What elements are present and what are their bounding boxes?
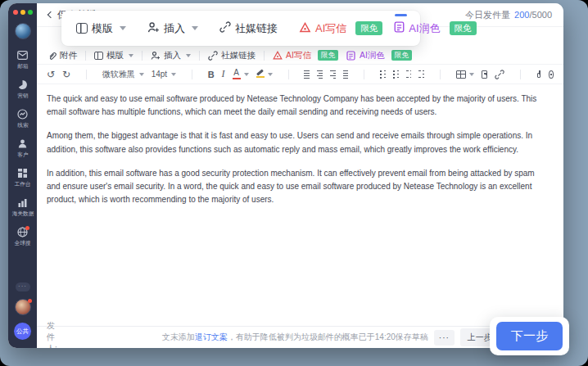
- ai-write-button[interactable]: AI写信 限免: [273, 50, 338, 61]
- divider: [85, 51, 86, 61]
- font-color-swatch: [233, 78, 241, 79]
- font-family-value: 微软雅黑: [102, 69, 135, 80]
- template-label: 模版: [106, 50, 124, 61]
- highlight-pen-icon: [256, 69, 264, 75]
- template-button[interactable]: 模版: [94, 50, 133, 61]
- font-color-button[interactable]: A: [233, 69, 249, 79]
- print-button[interactable]: [536, 70, 541, 79]
- daily-send-quota: 今日发件量200/5000: [465, 9, 552, 21]
- outdent-button[interactable]: [406, 70, 412, 79]
- ai-polish-button[interactable]: AI润色 限免: [346, 50, 412, 61]
- link-icon: [208, 51, 218, 61]
- template-label: 模版: [92, 21, 113, 36]
- sidebar-item-mailbox[interactable]: 邮箱: [17, 50, 29, 70]
- font-family-select[interactable]: 微软雅黑: [102, 69, 144, 80]
- ai-write-button-highlight[interactable]: AI写信 限免: [299, 21, 382, 36]
- attachment-button[interactable]: 附件: [47, 50, 77, 61]
- onboarding-toolbar-panel: 模版 插入 社媒链接 AI写信 限免 AI润色 限免: [61, 11, 420, 46]
- divider: [264, 51, 265, 61]
- redo-button[interactable]: ↻: [62, 70, 70, 79]
- highlight-color-button[interactable]: [256, 71, 273, 78]
- onboarding-step-indicator: [395, 14, 407, 16]
- social-link-button-highlight[interactable]: 社媒链接: [219, 21, 278, 36]
- template-icon: [76, 23, 88, 34]
- notification-dot: [28, 299, 32, 303]
- align-justify-button[interactable]: [343, 70, 349, 79]
- image-button[interactable]: [482, 70, 487, 79]
- paragraph: Among them, the biggest advantage is tha…: [47, 129, 550, 156]
- social-link-button[interactable]: 社媒链接: [208, 50, 256, 61]
- sidebar-more-button[interactable]: ···: [16, 282, 30, 291]
- free-badge: 限免: [318, 50, 338, 60]
- more-actions-button[interactable]: ···: [434, 330, 455, 346]
- ordered-list-button[interactable]: [393, 70, 399, 79]
- email-body-editor[interactable]: The quick and easy to use email software…: [37, 84, 563, 326]
- sidebar-item-label: 工作台: [15, 180, 31, 188]
- sidebar-item-leads[interactable]: 线索: [17, 109, 29, 129]
- account-avatar[interactable]: [15, 299, 31, 315]
- paragraph: In addition, this email software has a g…: [47, 167, 550, 207]
- insert-link-button[interactable]: [495, 70, 504, 79]
- sidebar-item-global-search[interactable]: 全球搜: [14, 227, 31, 247]
- draft-saved-status: 已于14:20保存草稿: [359, 332, 428, 343]
- sidebar-item-marketing[interactable]: 营销: [17, 79, 29, 100]
- insert-button[interactable]: 插入: [151, 50, 191, 61]
- zoom-button[interactable]: [28, 10, 33, 15]
- caret-down-icon: [129, 54, 133, 57]
- font-size-select[interactable]: 14pt: [152, 70, 176, 79]
- sidebar-item-label: 营销: [17, 92, 28, 100]
- sidebar-nav: 邮箱 营销 线索 客户: [11, 50, 34, 256]
- window-controls: [13, 10, 33, 15]
- free-badge: 限免: [355, 21, 382, 35]
- align-center-button[interactable]: [317, 70, 323, 79]
- user-avatar[interactable]: [15, 23, 31, 39]
- font-color-glyph: A: [233, 69, 239, 77]
- sidebar-item-workbench[interactable]: 工作台: [14, 168, 31, 188]
- ai-polish-label: AI润色: [360, 50, 385, 61]
- align-left-button[interactable]: [304, 70, 310, 79]
- caret-down-icon: [244, 73, 249, 76]
- next-step-button[interactable]: 下一步: [496, 322, 563, 350]
- minimize-button[interactable]: [20, 10, 25, 15]
- bullet-list-button[interactable]: [380, 70, 386, 79]
- tip-suffix: ，有助于降低被判为垃圾邮件的概率: [228, 332, 359, 341]
- italic-button[interactable]: I: [222, 68, 225, 80]
- divider: [142, 51, 142, 61]
- pie-chart-icon: [17, 79, 28, 90]
- ai-polish-icon: [346, 51, 356, 61]
- notification-dot: [25, 226, 29, 230]
- table-button[interactable]: [456, 70, 474, 79]
- ai-polish-button-highlight[interactable]: AI润色 限免: [394, 21, 476, 36]
- unsubscribe-copy-link[interactable]: 退订文案: [195, 332, 228, 341]
- paragraph: The quick and easy to use email software…: [47, 93, 550, 119]
- sidebar-item-label: 邮箱: [17, 62, 28, 70]
- font-size-value: 14pt: [152, 70, 167, 79]
- template-icon: [94, 52, 103, 60]
- social-link-label: 社媒链接: [235, 21, 278, 36]
- highlight-color-swatch: [256, 76, 265, 78]
- divider: [199, 51, 200, 61]
- undo-button[interactable]: ↺: [47, 70, 55, 79]
- public-badge[interactable]: 公共: [14, 323, 31, 340]
- quota-total: /5000: [529, 10, 552, 20]
- align-right-button[interactable]: [330, 70, 336, 79]
- sidebar-item-customers[interactable]: 客户: [17, 138, 29, 159]
- ai-polish-icon: [394, 21, 405, 35]
- bold-button[interactable]: B: [208, 70, 215, 79]
- quota-used: 200: [514, 10, 529, 20]
- clear-format-button[interactable]: [549, 70, 554, 79]
- close-button[interactable]: [13, 10, 18, 15]
- indent-button[interactable]: [418, 70, 424, 79]
- insert-button-highlight[interactable]: 插入: [147, 21, 198, 36]
- globe-icon: [17, 227, 28, 237]
- table-icon: [456, 70, 466, 79]
- sidebar-item-customs-data[interactable]: 海关数据: [11, 197, 34, 218]
- sidebar-item-label: 海关数据: [11, 210, 34, 218]
- ai-write-icon: [273, 51, 283, 61]
- caret-down-icon: [469, 73, 474, 76]
- caret-down-icon: [120, 26, 126, 30]
- template-button-highlight[interactable]: 模版: [76, 21, 126, 36]
- ai-write-label: AI写信: [315, 21, 346, 36]
- caret-down-icon: [139, 73, 144, 76]
- caret-down-icon: [268, 73, 273, 76]
